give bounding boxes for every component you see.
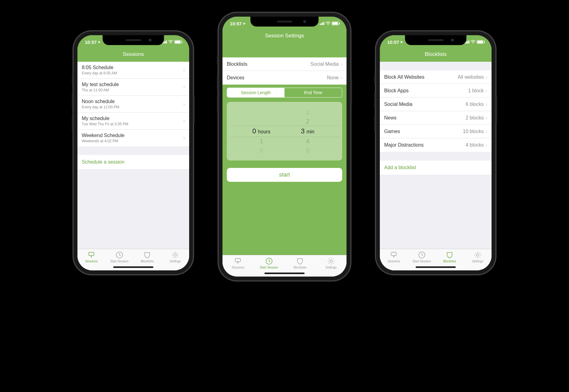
svg-point-3	[328, 24, 328, 25]
header: Session Settings	[222, 30, 347, 57]
tab-settings[interactable]: Settings	[464, 251, 492, 263]
svg-point-0	[170, 43, 171, 44]
chevron-right-icon: ›	[486, 129, 487, 134]
home-indicator[interactable]	[113, 266, 153, 268]
shield-icon	[143, 251, 151, 259]
hours-wheel[interactable]: 0hours 1 2	[244, 107, 278, 155]
butterfly-icon	[87, 251, 95, 259]
devices-row[interactable]: Devices None›	[222, 71, 347, 85]
chevron-right-icon: ›	[486, 142, 487, 148]
svg-point-8	[476, 254, 479, 256]
settings-list: Blocklists Social Media› Devices None›	[222, 57, 347, 85]
tab-start-session[interactable]: Start Session	[408, 251, 436, 263]
chevron-right-icon: ›	[486, 74, 487, 80]
session-row[interactable]: 8:05 ScheduleEvery day at 8:05 AM ›	[77, 62, 189, 79]
tab-blocklists[interactable]: Blocklists	[284, 257, 316, 269]
phone-blocklists: 10:57➤ Blocklists Block All Websites All…	[376, 31, 496, 275]
page-title: Sessions	[77, 51, 189, 57]
tab-blocklists[interactable]: Blocklists	[133, 251, 161, 263]
add-blocklist-button[interactable]: Add a blocklist	[380, 161, 492, 175]
svg-point-2	[174, 254, 177, 256]
duration-picker[interactable]: 0hours 1 2 1 2 3min 4 5	[227, 102, 342, 161]
session-row[interactable]: Weekend ScheduleWeekends at 4:02 PM ›	[77, 130, 189, 146]
shield-icon	[296, 257, 304, 265]
sessions-list: 8:05 ScheduleEvery day at 8:05 AM › My t…	[77, 62, 189, 146]
home-indicator[interactable]	[264, 273, 305, 274]
phone-sessions: 10:57➤ Sessions 8:05 ScheduleEvery day a…	[73, 31, 193, 275]
status-time: 10:57	[85, 40, 97, 45]
tab-start-session[interactable]: Start Session	[254, 257, 285, 269]
tab-settings[interactable]: Settings	[161, 251, 189, 263]
blocklist-row[interactable]: Social Media 6 blocks›	[380, 98, 492, 111]
wifi-icon	[471, 40, 476, 44]
clock-icon	[115, 251, 123, 259]
shield-icon	[446, 251, 454, 259]
chevron-right-icon: ›	[183, 118, 185, 124]
page-title: Blocklists	[380, 51, 492, 57]
page-title: Session Settings	[222, 33, 347, 39]
battery-icon	[477, 40, 484, 44]
blocklist-row[interactable]: Block Apps 1 block›	[380, 84, 492, 98]
butterfly-icon	[234, 257, 242, 265]
location-icon: ➤	[400, 40, 403, 44]
clock-icon	[265, 257, 273, 265]
tab-start-session[interactable]: Start Session	[106, 251, 134, 263]
wifi-icon	[326, 21, 330, 26]
segment-end-time[interactable]: End Time	[284, 88, 342, 97]
chevron-right-icon: ›	[486, 88, 487, 94]
wifi-icon	[168, 40, 173, 44]
minutes-wheel[interactable]: 1 2 3min 4 5	[291, 107, 325, 155]
header: Sessions	[77, 49, 189, 62]
session-row[interactable]: My test scheduleThu at 11:00 AM ›	[77, 79, 189, 96]
blocklists-list: Block All Websites All websites› Block A…	[380, 70, 492, 152]
butterfly-icon	[390, 251, 398, 259]
header: Blocklists	[380, 49, 492, 62]
segment-session-length[interactable]: Session Length	[227, 88, 284, 97]
chevron-right-icon: ›	[341, 75, 342, 81]
phone-session-settings: 10:57➤ Session Settings Blocklists Socia…	[218, 12, 351, 281]
session-row[interactable]: Noon scheduleEvery day at 12:00 PM ›	[77, 96, 189, 113]
blocklists-row[interactable]: Blocklists Social Media›	[222, 57, 347, 71]
gear-icon	[171, 251, 179, 259]
schedule-session-button[interactable]: Schedule a session	[77, 155, 189, 169]
chevron-right-icon: ›	[183, 135, 185, 141]
gear-icon	[474, 251, 482, 259]
status-time: 10:57	[230, 21, 242, 26]
chevron-right-icon: ›	[183, 101, 185, 107]
location-icon: ➤	[98, 40, 101, 44]
chevron-right-icon: ›	[183, 84, 185, 90]
blocklist-row[interactable]: Major Distractions 4 blocks›	[380, 138, 492, 152]
tab-blocklists[interactable]: Blocklists	[436, 251, 464, 263]
clock-icon	[418, 251, 426, 259]
svg-point-5	[330, 260, 332, 262]
session-row[interactable]: My scheduleTue Wed Thu Fri at 3:35 PM ›	[77, 113, 189, 130]
chevron-right-icon: ›	[183, 67, 185, 73]
status-time: 10:57	[387, 40, 399, 45]
segmented-control: Session Length End Time	[227, 88, 342, 98]
signal-icon	[320, 22, 324, 25]
battery-icon	[174, 40, 182, 44]
svg-point-6	[473, 43, 473, 44]
tab-settings[interactable]: Settings	[316, 257, 347, 269]
chevron-right-icon: ›	[486, 102, 487, 107]
tab-sessions[interactable]: Sessions	[380, 251, 408, 263]
blocklist-row[interactable]: Games 10 blocks›	[380, 125, 492, 138]
chevron-right-icon: ›	[341, 61, 342, 67]
location-icon: ➤	[243, 22, 246, 26]
tab-sessions[interactable]: Sessions	[77, 251, 106, 263]
blocklist-row[interactable]: Block All Websites All websites›	[380, 70, 492, 84]
start-button[interactable]: start	[227, 168, 342, 182]
home-indicator[interactable]	[416, 266, 456, 268]
tab-sessions[interactable]: Sessions	[222, 257, 254, 269]
battery-icon	[332, 22, 339, 25]
blocklist-row[interactable]: News 2 blocks›	[380, 111, 492, 125]
gear-icon	[327, 257, 335, 265]
chevron-right-icon: ›	[486, 115, 487, 121]
